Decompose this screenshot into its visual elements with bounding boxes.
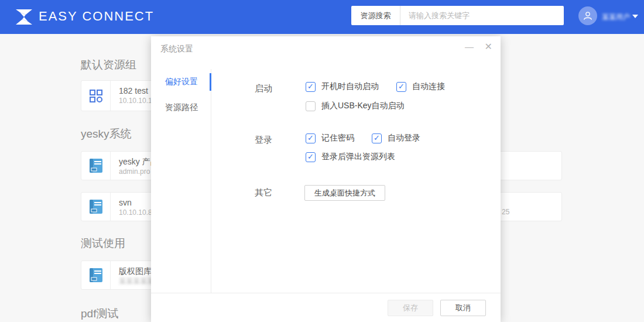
grid-icon bbox=[81, 81, 111, 111]
book-icon bbox=[81, 152, 111, 180]
section-heading-default-group: 默认资源组 bbox=[81, 57, 136, 73]
tab-resource-path[interactable]: 资源路径 bbox=[151, 95, 211, 121]
resource-title: svn bbox=[119, 197, 152, 208]
resource-address: 10.10.10.8 bbox=[119, 208, 152, 217]
resource-title: 版权图库 bbox=[119, 266, 154, 276]
search-category-button[interactable]: 资源搜索 bbox=[351, 6, 400, 25]
group-label-other: 其它 bbox=[255, 187, 272, 198]
checkbox-label[interactable]: 开机时自动启动 bbox=[321, 81, 379, 92]
group-label-startup: 启动 bbox=[255, 83, 272, 94]
peer-resource-address-fragment: 25 bbox=[502, 208, 509, 216]
app-header: EASY CONNECT 资源搜索 某某用户 bbox=[0, 0, 644, 34]
cancel-button[interactable]: 取消 bbox=[440, 300, 486, 316]
create-desktop-shortcut-button[interactable]: 生成桌面快捷方式 bbox=[304, 185, 385, 201]
checkbox-remember-password[interactable] bbox=[306, 133, 316, 143]
checkbox-usbkey-autostart[interactable] bbox=[306, 101, 316, 111]
group-label-login: 登录 bbox=[255, 135, 272, 146]
tab-label: 偏好设置 bbox=[165, 77, 198, 87]
system-settings-dialog: 系统设置 — ✕ 偏好设置 资源路径 启动 开机时自动启动 自动连接 插入USB… bbox=[151, 36, 501, 322]
dialog-title: 系统设置 bbox=[160, 44, 193, 54]
tab-label: 资源路径 bbox=[165, 102, 198, 113]
user-avatar-icon[interactable] bbox=[578, 6, 597, 25]
brand-title: EASY CONNECT bbox=[39, 9, 154, 24]
checkbox-label[interactable]: 自动连接 bbox=[412, 81, 445, 92]
checkbox-label[interactable]: 登录后弹出资源列表 bbox=[321, 152, 395, 162]
dialog-footer: 保存 取消 bbox=[151, 293, 501, 322]
checkbox-autostart-on-boot[interactable] bbox=[306, 82, 316, 92]
book-icon bbox=[81, 261, 111, 289]
checkbox-auto-connect[interactable] bbox=[396, 82, 406, 92]
close-icon[interactable]: ✕ bbox=[485, 41, 492, 53]
checkbox-popup-resource-list[interactable] bbox=[306, 152, 316, 162]
active-tab-indicator bbox=[210, 73, 211, 91]
username-label[interactable]: 某某用户 bbox=[602, 12, 630, 22]
save-button[interactable]: 保存 bbox=[388, 300, 433, 316]
checkbox-label[interactable]: 记住密码 bbox=[321, 133, 354, 143]
minimize-icon[interactable]: — bbox=[465, 41, 474, 53]
chevron-down-icon[interactable] bbox=[632, 15, 638, 18]
section-heading-pdf-test: pdf测试 bbox=[81, 306, 118, 321]
resource-address: 10.10.10.1 bbox=[119, 96, 152, 105]
resource-address-redacted: 某某某某某 bbox=[119, 276, 154, 286]
search-input[interactable] bbox=[400, 6, 564, 25]
checkbox-label[interactable]: 自动登录 bbox=[388, 133, 420, 143]
book-icon bbox=[81, 193, 111, 221]
section-heading-test-use: 测试使用 bbox=[81, 236, 125, 251]
checkbox-auto-login[interactable] bbox=[372, 133, 382, 143]
settings-sidebar: 偏好设置 资源路径 bbox=[151, 69, 211, 293]
resource-title: 182 test bbox=[119, 85, 152, 96]
easyconnect-logo-icon bbox=[14, 7, 34, 27]
resource-search-bar: 资源搜索 bbox=[351, 6, 564, 25]
tab-preferences[interactable]: 偏好设置 bbox=[151, 69, 211, 95]
checkbox-label[interactable]: 插入USB-Key自动启动 bbox=[321, 101, 405, 111]
section-heading-yesky: yesky系统 bbox=[81, 126, 132, 142]
